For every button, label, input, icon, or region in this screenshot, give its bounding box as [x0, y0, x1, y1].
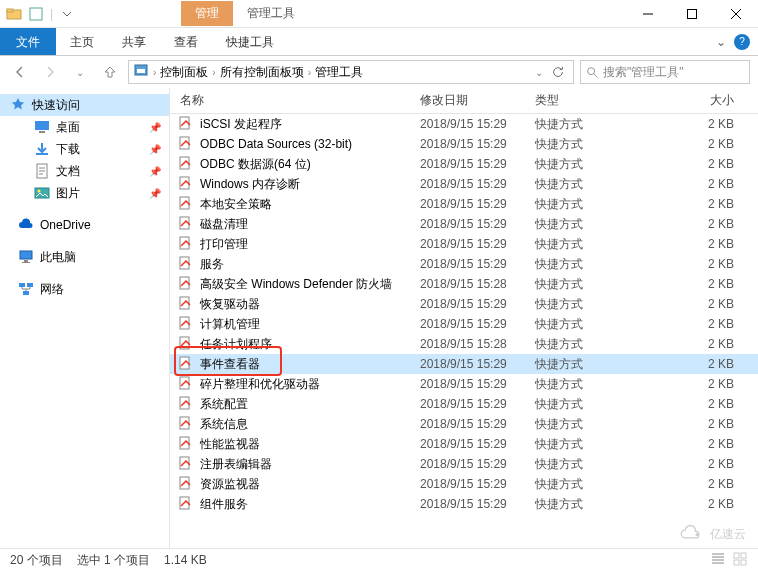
close-button[interactable]	[714, 0, 758, 28]
file-type: 快捷方式	[535, 116, 645, 133]
file-row[interactable]: 磁盘清理2018/9/15 15:29快捷方式2 KB	[170, 214, 758, 234]
sidebar-item-this-pc[interactable]: 此电脑	[0, 246, 169, 268]
pc-icon	[18, 249, 34, 265]
file-row[interactable]: ODBC Data Sources (32-bit)2018/9/15 15:2…	[170, 134, 758, 154]
properties-icon[interactable]	[28, 6, 44, 22]
file-date: 2018/9/15 15:29	[420, 397, 535, 411]
dropdown-icon[interactable]	[59, 6, 75, 22]
sidebar-item-onedrive[interactable]: OneDrive	[0, 214, 169, 236]
file-type: 快捷方式	[535, 236, 645, 253]
file-row[interactable]: 计算机管理2018/9/15 15:29快捷方式2 KB	[170, 314, 758, 334]
file-list[interactable]: iSCSI 发起程序2018/9/15 15:29快捷方式2 KBODBC Da…	[170, 114, 758, 548]
chevron-right-icon[interactable]: ›	[153, 67, 156, 78]
file-name: 高级安全 Windows Defender 防火墙	[194, 276, 420, 293]
view-details-icon[interactable]	[710, 551, 726, 570]
svg-rect-15	[22, 262, 30, 263]
sidebar-item-label: 网络	[40, 281, 64, 298]
pin-icon: 📌	[149, 188, 161, 199]
pin-icon: 📌	[149, 122, 161, 133]
breadcrumb-seg-1[interactable]: 控制面板	[160, 64, 208, 81]
forward-button[interactable]	[38, 60, 62, 84]
search-icon	[585, 65, 599, 79]
tab-shortcut-tools[interactable]: 快捷工具	[212, 28, 288, 55]
file-row[interactable]: 性能监视器2018/9/15 15:29快捷方式2 KB	[170, 434, 758, 454]
view-large-icon[interactable]	[732, 551, 748, 570]
file-type: 快捷方式	[535, 336, 645, 353]
help-icon[interactable]: ?	[734, 34, 750, 50]
sidebar-item-network[interactable]: 网络	[0, 278, 169, 300]
file-row[interactable]: 任务计划程序2018/9/15 15:28快捷方式2 KB	[170, 334, 758, 354]
file-date: 2018/9/15 15:29	[420, 377, 535, 391]
column-header-name[interactable]: 名称	[170, 92, 420, 109]
chevron-down-icon[interactable]: ⌄	[716, 35, 726, 49]
sidebar-item-downloads[interactable]: 下载 📌	[0, 138, 169, 160]
file-row[interactable]: 资源监视器2018/9/15 15:29快捷方式2 KB	[170, 474, 758, 494]
ribbon-right: ⌄ ?	[716, 28, 758, 55]
back-button[interactable]	[8, 60, 32, 84]
file-row[interactable]: 高级安全 Windows Defender 防火墙2018/9/15 15:28…	[170, 274, 758, 294]
file-row[interactable]: iSCSI 发起程序2018/9/15 15:29快捷方式2 KB	[170, 114, 758, 134]
tab-share[interactable]: 共享	[108, 28, 160, 55]
address-bar[interactable]: › 控制面板 › 所有控制面板项 › 管理工具 ⌄	[128, 60, 574, 84]
sidebar-item-desktop[interactable]: 桌面 📌	[0, 116, 169, 138]
file-row[interactable]: 碎片整理和优化驱动器2018/9/15 15:29快捷方式2 KB	[170, 374, 758, 394]
file-type: 快捷方式	[535, 436, 645, 453]
context-tab-manage[interactable]: 管理	[181, 1, 233, 26]
svg-rect-42	[741, 560, 746, 565]
shortcut-icon	[178, 116, 194, 132]
file-name: 任务计划程序	[194, 336, 420, 353]
recent-button[interactable]: ⌄	[68, 60, 92, 84]
pin-icon: 📌	[149, 166, 161, 177]
file-size: 2 KB	[645, 257, 758, 271]
file-row[interactable]: 打印管理2018/9/15 15:29快捷方式2 KB	[170, 234, 758, 254]
file-type: 快捷方式	[535, 276, 645, 293]
sidebar-item-pictures[interactable]: 图片 📌	[0, 182, 169, 204]
column-header-type[interactable]: 类型	[535, 92, 645, 109]
address-bar-row: ⌄ › 控制面板 › 所有控制面板项 › 管理工具 ⌄ 搜索"管理工具"	[0, 56, 758, 88]
svg-rect-14	[24, 260, 28, 262]
tab-file[interactable]: 文件	[0, 28, 56, 55]
svg-rect-40	[741, 553, 746, 558]
control-panel-icon	[133, 63, 149, 82]
maximize-button[interactable]	[670, 0, 714, 28]
chevron-right-icon[interactable]: ›	[212, 67, 215, 78]
file-date: 2018/9/15 15:28	[420, 277, 535, 291]
search-input[interactable]: 搜索"管理工具"	[580, 60, 750, 84]
svg-point-43	[696, 533, 699, 536]
chevron-right-icon[interactable]: ›	[308, 67, 311, 78]
file-row[interactable]: 恢复驱动器2018/9/15 15:29快捷方式2 KB	[170, 294, 758, 314]
shortcut-icon	[178, 316, 194, 332]
file-row[interactable]: 服务2018/9/15 15:29快捷方式2 KB	[170, 254, 758, 274]
column-header-date[interactable]: 修改日期	[420, 92, 535, 109]
shortcut-icon	[178, 336, 194, 352]
history-dropdown-icon[interactable]: ⌄	[535, 67, 543, 78]
column-header-size[interactable]: 大小	[645, 92, 758, 109]
sidebar-item-documents[interactable]: 文档 📌	[0, 160, 169, 182]
tab-view[interactable]: 查看	[160, 28, 212, 55]
file-row[interactable]: 事件查看器2018/9/15 15:29快捷方式2 KB	[170, 354, 758, 374]
desktop-icon	[34, 119, 50, 135]
file-row[interactable]: 注册表编辑器2018/9/15 15:29快捷方式2 KB	[170, 454, 758, 474]
svg-rect-7	[35, 121, 49, 130]
breadcrumb-seg-2[interactable]: 所有控制面板项	[220, 64, 304, 81]
file-row[interactable]: 系统配置2018/9/15 15:29快捷方式2 KB	[170, 394, 758, 414]
up-button[interactable]	[98, 60, 122, 84]
file-name: 打印管理	[194, 236, 420, 253]
file-row[interactable]: 本地安全策略2018/9/15 15:29快捷方式2 KB	[170, 194, 758, 214]
sidebar-item-label: 桌面	[56, 119, 80, 136]
quick-access-toolbar: |	[0, 6, 81, 22]
file-row[interactable]: Windows 内存诊断2018/9/15 15:29快捷方式2 KB	[170, 174, 758, 194]
file-row[interactable]: ODBC 数据源(64 位)2018/9/15 15:29快捷方式2 KB	[170, 154, 758, 174]
file-name: 本地安全策略	[194, 196, 420, 213]
refresh-icon[interactable]	[547, 65, 569, 79]
title-context-tabs: 管理 管理工具	[181, 1, 309, 26]
breadcrumb-seg-3[interactable]: 管理工具	[315, 64, 363, 81]
file-row[interactable]: 组件服务2018/9/15 15:29快捷方式2 KB	[170, 494, 758, 514]
file-row[interactable]: 系统信息2018/9/15 15:29快捷方式2 KB	[170, 414, 758, 434]
file-size: 2 KB	[645, 437, 758, 451]
file-type: 快捷方式	[535, 196, 645, 213]
shortcut-icon	[178, 196, 194, 212]
tab-home[interactable]: 主页	[56, 28, 108, 55]
minimize-button[interactable]	[626, 0, 670, 28]
sidebar-item-quick-access[interactable]: 快速访问	[0, 94, 169, 116]
